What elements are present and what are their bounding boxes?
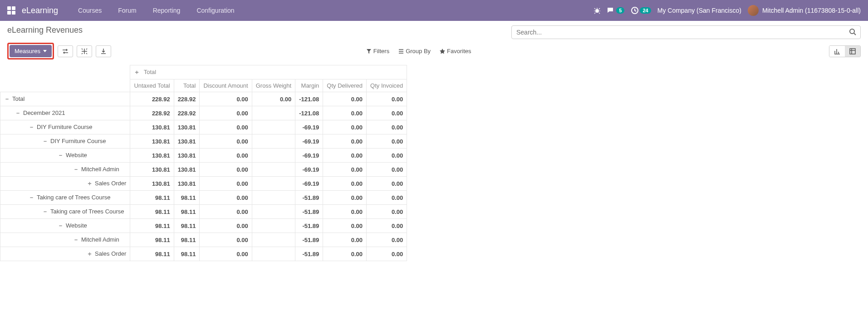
favorites-button[interactable]: Favorites — [440, 48, 471, 54]
pivot-row: －Mitchell Admin98.1198.110.00-51.890.000… — [0, 233, 407, 247]
expand-all-button[interactable] — [77, 45, 92, 57]
pivot-row: －DIY Furniture Course130.81130.810.00-69… — [0, 120, 407, 134]
pivot-row-header[interactable]: －Mitchell Admin — [0, 233, 130, 247]
pivot-cell: 0.00 — [200, 219, 252, 233]
pivot-cell: 130.81 — [130, 163, 174, 177]
pivot-cell: -69.19 — [295, 177, 323, 191]
plus-icon[interactable]: ＋ — [87, 250, 92, 258]
pivot-cell: 98.11 — [130, 191, 174, 205]
pivot-cell: 0.00 — [367, 106, 407, 120]
pivot-cell: 130.81 — [174, 177, 200, 191]
pivot-row: －Taking care of Trees Course98.1198.110.… — [0, 191, 407, 205]
pivot-cell: 0.00 — [200, 120, 252, 134]
minus-icon[interactable]: － — [73, 236, 78, 244]
pivot-row-header[interactable]: －Taking care of Trees Course — [0, 191, 130, 205]
pivot-col-header[interactable]: Margin — [295, 79, 323, 92]
top-nav-left: eLearning Courses Forum Reporting Config… — [7, 6, 242, 15]
pivot-row-label: Taking care of Trees Course — [37, 194, 111, 201]
pivot-row-label: Mitchell Admin — [81, 236, 119, 243]
pivot-cell: 228.92 — [130, 92, 174, 106]
minus-icon[interactable]: － — [29, 193, 34, 202]
pivot-cell: 130.81 — [174, 149, 200, 163]
pivot-col-header[interactable]: Untaxed Total — [130, 79, 174, 92]
pivot-row-label: Sales Order — [95, 250, 126, 257]
company-selector[interactable]: My Company (San Francisco) — [657, 7, 741, 14]
pivot-cell: -121.08 — [295, 106, 323, 120]
pivot-row: ＋Sales Order130.81130.810.00-69.190.000.… — [0, 177, 407, 191]
filters-button[interactable]: Filters — [366, 48, 389, 54]
pivot-cell: 130.81 — [130, 149, 174, 163]
pivot-row-label: DIY Furniture Course — [37, 124, 93, 130]
minus-icon[interactable]: － — [42, 208, 48, 216]
pivot-row-label: Total — [12, 95, 25, 102]
pivot-row-header[interactable]: －DIY Furniture Course — [0, 134, 130, 149]
app-title[interactable]: eLearning — [22, 6, 58, 15]
bug-icon[interactable] — [593, 7, 601, 14]
pivot-cell: 98.11 — [174, 205, 200, 219]
pivot-table-wrap: ＋ Total Untaxed TotalTotalDiscount Amoun… — [0, 65, 385, 261]
activity-icon[interactable]: 24 — [631, 6, 651, 15]
pivot-col-total[interactable]: ＋ Total — [130, 65, 407, 79]
minus-icon[interactable]: － — [29, 123, 34, 131]
view-switcher — [829, 45, 861, 57]
search-icon[interactable] — [849, 28, 856, 35]
pivot-row-header[interactable]: ＋Sales Order — [0, 247, 130, 261]
measures-label: Measures — [15, 48, 40, 54]
filter-icon — [366, 49, 372, 54]
minus-icon[interactable]: － — [42, 137, 48, 145]
pivot-cell — [252, 120, 295, 134]
pivot-row-header[interactable]: －Website — [0, 219, 130, 233]
pivot-cell: 0.00 — [323, 247, 367, 261]
pivot-cell: 0.00 — [323, 92, 367, 106]
pivot-cell: 0.00 — [200, 191, 252, 205]
groupby-button[interactable]: Group By — [398, 48, 431, 54]
pivot-row-header[interactable]: －Taking care of Trees Course — [0, 205, 130, 219]
pivot-col-header[interactable]: Discount Amount — [200, 79, 252, 92]
plus-icon[interactable]: ＋ — [87, 179, 92, 188]
flip-axis-button[interactable] — [58, 45, 73, 57]
pivot-row-header[interactable]: －DIY Furniture Course — [0, 120, 130, 134]
nav-forum[interactable]: Forum — [111, 7, 143, 14]
pivot-row-header[interactable]: －Total — [0, 92, 130, 106]
pivot-col-header[interactable]: Qty Invoiced — [367, 79, 407, 92]
pivot-cell: -51.89 — [295, 205, 323, 219]
pivot-cell: 228.92 — [174, 106, 200, 120]
minus-icon[interactable]: － — [58, 222, 63, 230]
pivot-cell: 0.00 — [323, 219, 367, 233]
pivot-row-header[interactable]: －Mitchell Admin — [0, 163, 130, 177]
measures-button[interactable]: Measures — [10, 45, 52, 57]
pivot-cell: 0.00 — [367, 134, 407, 149]
star-icon — [440, 49, 445, 54]
pivot-cell — [252, 106, 295, 120]
pivot-cell — [252, 205, 295, 219]
pivot-view-button[interactable] — [845, 46, 860, 57]
pivot-cell — [252, 177, 295, 191]
pivot-row-header[interactable]: －December 2021 — [0, 106, 130, 120]
pivot-cell: 0.00 — [367, 205, 407, 219]
pivot-col-header[interactable]: Qty Delivered — [323, 79, 367, 92]
pivot-cell: 0.00 — [323, 205, 367, 219]
pivot-cell: 98.11 — [174, 191, 200, 205]
pivot-row: －Taking care of Trees Course98.1198.110.… — [0, 205, 407, 219]
download-button[interactable] — [96, 45, 111, 57]
graph-view-button[interactable] — [829, 46, 845, 57]
pivot-col-header[interactable]: Total — [174, 79, 200, 92]
search-input[interactable] — [511, 25, 861, 39]
pivot-row-header[interactable]: ＋Sales Order — [0, 177, 130, 191]
minus-icon[interactable]: － — [15, 109, 20, 117]
minus-icon[interactable]: － — [58, 151, 63, 159]
plus-icon: ＋ — [134, 68, 139, 76]
pivot-row-header[interactable]: －Website — [0, 149, 130, 163]
messages-icon[interactable]: 5 — [607, 7, 624, 14]
pivot-row-label: DIY Furniture Course — [50, 138, 106, 144]
pivot-col-header[interactable]: Gross Weight — [252, 79, 295, 92]
minus-icon[interactable]: － — [4, 95, 10, 103]
nav-configuration[interactable]: Configuration — [189, 7, 241, 14]
user-menu[interactable]: Mitchell Admin (11673808-15-0-all) — [748, 5, 861, 16]
nav-courses[interactable]: Courses — [71, 7, 109, 14]
pivot-cell: -51.89 — [295, 219, 323, 233]
pivot-row: －Website98.1198.110.00-51.890.000.00 — [0, 219, 407, 233]
apps-icon[interactable] — [7, 6, 15, 15]
nav-reporting[interactable]: Reporting — [146, 7, 188, 14]
minus-icon[interactable]: － — [73, 165, 78, 173]
